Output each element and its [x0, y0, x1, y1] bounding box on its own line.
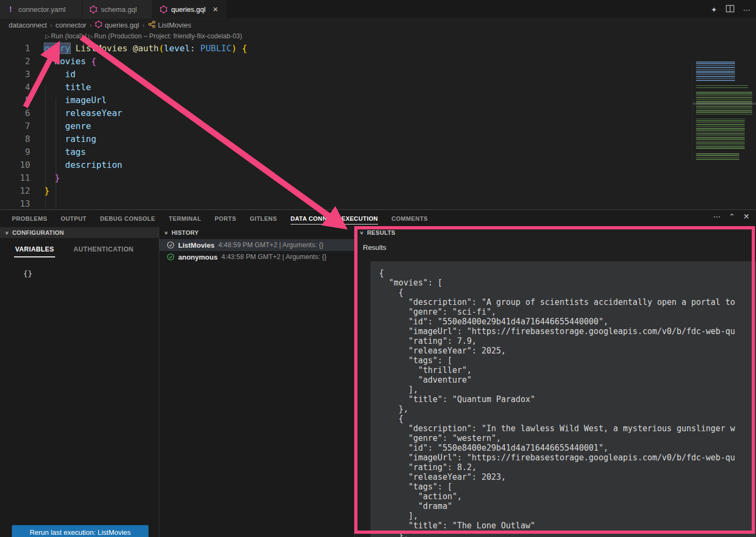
minimap-comment-block: [696, 119, 745, 150]
codelens: ▷Run (local) | ▷Run (Production – Projec…: [45, 32, 242, 40]
breadcrumb-dataconnect[interactable]: dataconnect: [9, 21, 47, 29]
graphql-icon: [159, 5, 167, 13]
line-number: 6: [0, 107, 30, 120]
history-rows: ListMovies4:48:59 PM GMT+2 | Arguments: …: [159, 239, 354, 263]
run-local-link[interactable]: ▷Run (local): [45, 32, 83, 40]
panel-tab-bar: PROBLEMSOUTPUTDEBUG CONSOLETERMINALPORTS…: [0, 211, 428, 226]
line-number: 8: [0, 133, 30, 146]
code-line[interactable]: 1query ListMovies @auth(level: PUBLIC) {: [0, 42, 691, 55]
configuration-tabs: VARIABLES AUTHENTICATION: [0, 238, 159, 257]
code-line[interactable]: 10 description: [0, 159, 691, 172]
more-actions-icon[interactable]: ⋯: [743, 5, 751, 14]
line-number: 3: [0, 68, 30, 81]
check-circle-icon: [167, 241, 174, 249]
panel-tab-terminal[interactable]: TERMINAL: [169, 211, 201, 226]
panel-tab-gitlens[interactable]: GITLENS: [249, 211, 276, 226]
bottom-panel: PROBLEMSOUTPUTDEBUG CONSOLETERMINALPORTS…: [0, 209, 756, 537]
variables-value[interactable]: {}: [23, 269, 159, 278]
results-section: ∨ RESULTS Results { "movies": [ { "descr…: [355, 227, 756, 537]
section-title: HISTORY: [172, 229, 199, 236]
close-icon[interactable]: ✕: [213, 5, 219, 13]
vscode-window: ! connector.yaml schema.gql queries.gql …: [0, 0, 756, 537]
line-number: 4: [0, 81, 30, 94]
breadcrumb-separator: ›: [90, 22, 92, 29]
breadcrumb-separator: ›: [50, 22, 52, 29]
line-number: 9: [0, 146, 30, 159]
maximize-panel-icon[interactable]: ⌃: [729, 212, 735, 221]
configuration-header[interactable]: ∨ CONFIGURATION: [0, 227, 159, 238]
breadcrumb-connector[interactable]: connector: [56, 21, 86, 29]
code-line[interactable]: 2 movies {: [0, 55, 691, 68]
panel-tab-data-connect-execution[interactable]: DATA CONNECT EXECUTION: [291, 211, 378, 226]
code-line[interactable]: 9 tags: [0, 146, 691, 159]
history-header[interactable]: ∨ HISTORY: [159, 227, 354, 238]
history-row-anonymous[interactable]: anonymous4:43:58 PM GMT+2 | Arguments: {…: [159, 251, 354, 263]
minimap-code-block: [696, 62, 735, 81]
history-row-listmovies[interactable]: ListMovies4:48:59 PM GMT+2 | Arguments: …: [159, 239, 354, 251]
results-header[interactable]: ∨ RESULTS: [355, 227, 756, 238]
panel-tab-comments[interactable]: COMMENTS: [392, 211, 428, 226]
history-entry-name: ListMovies: [178, 241, 214, 249]
breadcrumb-label: ListMovies: [158, 21, 191, 29]
code-line[interactable]: 5 imageUrl: [0, 94, 691, 107]
minimap-highlight: [693, 103, 756, 105]
split-editor-icon[interactable]: [726, 5, 734, 14]
section-title: CONFIGURATION: [12, 229, 64, 236]
panel-tab-ports[interactable]: PORTS: [215, 211, 237, 226]
breadcrumb: dataconnect › connector › queries.gql › …: [0, 19, 756, 31]
configuration-section: ∨ CONFIGURATION VARIABLES AUTHENTICATION…: [0, 227, 159, 537]
chevron-down-icon: ∨: [164, 230, 168, 235]
operation-icon: [148, 21, 156, 30]
panel-tab-debug-console[interactable]: DEBUG CONSOLE: [100, 211, 155, 226]
tab-variables[interactable]: VARIABLES: [15, 246, 54, 257]
tab-schema-gql[interactable]: schema.gql: [83, 0, 153, 18]
yaml-icon: !: [6, 5, 15, 13]
code-line[interactable]: 3 id: [0, 68, 691, 81]
close-panel-icon[interactable]: ✕: [743, 212, 750, 221]
breadcrumb-label: queries.gql: [105, 21, 139, 29]
panel-tab-problems[interactable]: PROBLEMS: [12, 211, 48, 226]
more-actions-icon[interactable]: ⋯: [713, 212, 721, 221]
breadcrumb-listmovies[interactable]: ListMovies: [148, 21, 191, 30]
tab-queries-gql[interactable]: queries.gql ✕: [153, 0, 227, 18]
results-json: { "movies": [ { "description": "A group …: [370, 261, 756, 537]
minimap[interactable]: [692, 60, 756, 160]
rerun-button[interactable]: Rerun last execution: ListMovies: [12, 525, 148, 537]
run-production-link[interactable]: ▷Run (Production – Project: friendly-fli…: [89, 32, 242, 40]
history-entry-meta: 4:48:59 PM GMT+2 | Arguments: {}: [218, 241, 323, 249]
history-section: ∨ HISTORY ListMovies4:48:59 PM GMT+2 | A…: [159, 227, 355, 537]
graphql-icon: [95, 21, 102, 30]
minimap-comment-block: [696, 153, 739, 160]
minimap-comment-block: [696, 85, 748, 88]
line-number: 13: [0, 198, 30, 210]
graphql-icon: [89, 5, 97, 13]
line-number: 1: [0, 42, 30, 55]
code-line[interactable]: 12}: [0, 185, 691, 198]
code-line[interactable]: 7 genre: [0, 120, 691, 133]
results-label: Results: [363, 243, 386, 251]
code-line[interactable]: 8 rating: [0, 133, 691, 146]
tab-label: queries.gql: [171, 5, 206, 13]
line-number: 2: [0, 55, 30, 68]
chevron-down-icon: ∨: [360, 230, 364, 235]
tab-authentication[interactable]: AUTHENTICATION: [73, 246, 133, 257]
tab-label: schema.gql: [101, 5, 137, 13]
code-editor[interactable]: ▷Run (local) | ▷Run (Production – Projec…: [0, 31, 756, 209]
tab-connector-yaml[interactable]: ! connector.yaml: [0, 0, 83, 18]
panel-actions: ⋯ ⌃ ✕: [713, 212, 750, 221]
history-entry-name: anonymous: [178, 253, 218, 261]
breadcrumb-queries-gql[interactable]: queries.gql: [95, 21, 139, 30]
breadcrumb-separator: ›: [143, 22, 145, 29]
line-number: 10: [0, 159, 30, 172]
codelens-separator: |: [85, 32, 86, 40]
results-json-box[interactable]: { "movies": [ { "description": "A group …: [370, 261, 756, 537]
panel-tab-output[interactable]: OUTPUT: [61, 211, 87, 226]
code-line[interactable]: 6 releaseYear: [0, 107, 691, 120]
code-line[interactable]: 4 title: [0, 81, 691, 94]
code-line[interactable]: 11 }: [0, 172, 691, 185]
sparkle-icon[interactable]: ✦: [711, 5, 717, 14]
code-line[interactable]: 13: [0, 198, 691, 210]
line-number: 7: [0, 120, 30, 133]
line-number: 12: [0, 185, 30, 198]
line-number: 5: [0, 94, 30, 107]
